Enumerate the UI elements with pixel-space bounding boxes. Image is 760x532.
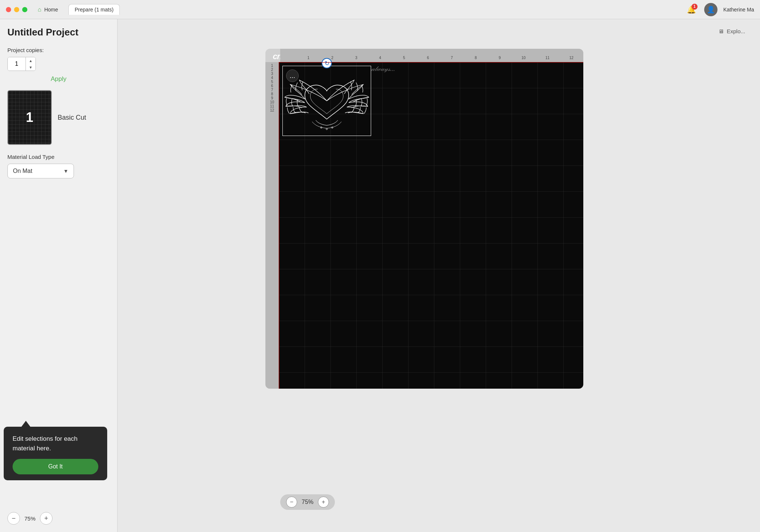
ruler-v-1: 1: [265, 64, 279, 68]
tab-home-label: Home: [44, 7, 58, 13]
notification-button[interactable]: 🔔 1: [685, 3, 698, 16]
sidebar-zoom-in[interactable]: +: [40, 512, 52, 525]
ruler-v-7: 7: [265, 88, 279, 92]
traffic-lights: [6, 7, 27, 12]
ruler-v-4: 4: [265, 76, 279, 80]
mat-number: 1: [26, 110, 33, 125]
sidebar-zoom-out[interactable]: −: [7, 512, 20, 525]
tab-prepare[interactable]: Prepare (1 mats): [68, 4, 120, 15]
zoom-level-label: 75%: [302, 499, 313, 505]
notification-badge: 1: [692, 4, 698, 10]
chevron-down-icon: ▼: [63, 168, 68, 174]
titlebar: ⌂ Home Prepare (1 mats) 🔔 1 👤 Katherine …: [0, 0, 760, 19]
ruler-h-8: 8: [464, 56, 488, 61]
ruler-v-6: 6: [265, 84, 279, 88]
minimize-button[interactable]: [14, 7, 19, 12]
ruler-v-9: 9: [265, 96, 279, 100]
rotate-handle[interactable]: ↻: [322, 58, 332, 68]
explore-label: Explo...: [727, 28, 745, 34]
copies-spinners: ▲ ▼: [26, 57, 35, 71]
ruler-h-3: 3: [344, 56, 368, 61]
close-button[interactable]: [6, 7, 11, 12]
copies-input-wrapper: ▲ ▼: [7, 57, 36, 71]
got-it-button[interactable]: Got It: [13, 459, 98, 474]
titlebar-right: 🔔 1 👤 Katherine Ma: [685, 3, 754, 16]
ruler-h-9: 9: [488, 56, 512, 61]
ruler-h-12: 12: [559, 56, 583, 61]
ruler-h-7: 7: [440, 56, 464, 61]
tooltip-box: Edit selections for each material here. …: [4, 427, 107, 480]
more-options-button[interactable]: ...: [286, 69, 299, 82]
tab-prepare-label: Prepare (1 mats): [75, 7, 113, 13]
tooltip-text: Edit selections for each material here.: [13, 434, 98, 453]
spin-down-button[interactable]: ▼: [26, 64, 35, 71]
ruler-h-1: 1: [296, 56, 320, 61]
material-load-label: Material Load Type: [7, 154, 110, 160]
copies-row: ▲ ▼: [7, 57, 110, 71]
canvas-area: 🖥 Explo... cricut 1 2 3 4 5 6: [118, 19, 760, 532]
ruler-h-4: 4: [368, 56, 392, 61]
maximize-button[interactable]: [22, 7, 27, 12]
mat-canvas: cricut 1 2 3 4 5 6 7 8 9 10: [265, 49, 583, 389]
mat-inner[interactable]: ↻: [279, 62, 583, 389]
home-icon: ⌂: [38, 6, 41, 13]
project-title: Untitled Project: [7, 27, 110, 38]
ruler-h-5: 5: [392, 56, 416, 61]
ruler-v-12: 12: [265, 108, 279, 112]
ruler-v-8: 8: [265, 92, 279, 96]
ruler-v-10: 10: [265, 100, 279, 104]
text-design: 𝒶𝓁𝓌𝒶𝓎𝓈...: [371, 65, 395, 73]
main-layout: Untitled Project Project copies: ▲ ▼ App…: [0, 19, 760, 532]
on-mat-label: On Mat: [13, 168, 32, 174]
project-copies-label: Project copies:: [7, 47, 110, 53]
explore-button[interactable]: 🖥 Explo...: [718, 28, 745, 34]
zoom-in-button[interactable]: +: [318, 497, 329, 508]
apply-button[interactable]: Apply: [7, 75, 110, 83]
sidebar: Untitled Project Project copies: ▲ ▼ App…: [0, 19, 118, 532]
mat-label: Basic Cut: [58, 114, 86, 122]
mat-thumbnail: 1: [7, 90, 52, 145]
ruler-v-3: 3: [265, 72, 279, 76]
on-mat-dropdown[interactable]: On Mat ▼: [7, 164, 74, 178]
ruler-v-11: 11: [265, 104, 279, 108]
sidebar-bottom: − 75% +: [7, 512, 52, 525]
monitor-icon: 🖥: [718, 28, 724, 34]
mat-preview-area: 1 Basic Cut: [7, 90, 110, 145]
ruler-v-5: 5: [265, 80, 279, 84]
copies-input[interactable]: [8, 57, 26, 71]
ruler-h-6: 6: [416, 56, 440, 61]
tab-home[interactable]: ⌂ Home: [32, 4, 64, 15]
svg-point-1: [326, 128, 328, 130]
username-label: Katherine Ma: [723, 7, 754, 13]
ruler-left: 1 2 3 4 5 6 7 8 9 10 11 12: [265, 62, 279, 389]
ruler-h-11: 11: [536, 56, 560, 61]
sidebar-zoom-label: 75%: [24, 515, 35, 522]
zoom-out-button[interactable]: −: [286, 497, 297, 508]
zoom-controls: − 75% +: [280, 494, 335, 510]
spin-up-button[interactable]: ▲: [26, 57, 35, 64]
tooltip-arrow: [21, 421, 30, 427]
avatar: 👤: [704, 3, 717, 16]
ruler-h-10: 10: [512, 56, 536, 61]
ruler-v-2: 2: [265, 68, 279, 72]
